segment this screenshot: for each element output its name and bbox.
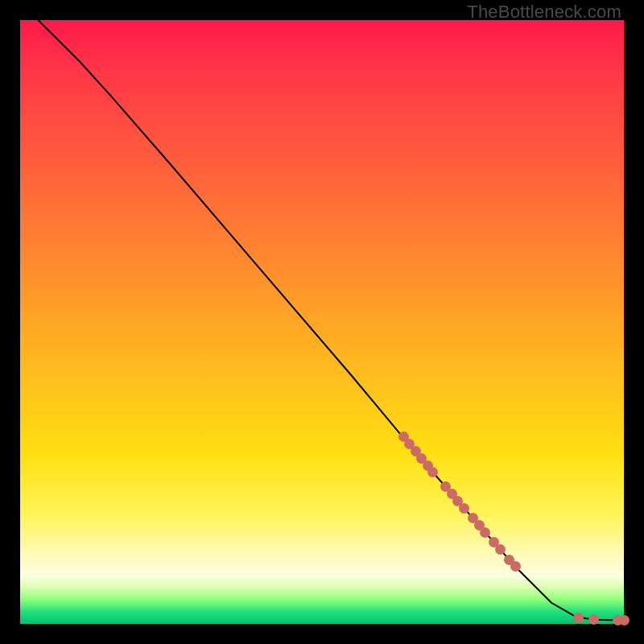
sample-point <box>427 467 438 477</box>
sample-point <box>495 544 506 555</box>
sample-point <box>459 503 469 514</box>
chart-frame: TheBottleneck.com <box>0 0 644 644</box>
sample-point <box>480 527 490 538</box>
curve-svg <box>20 20 624 624</box>
chart-area <box>20 20 624 624</box>
sample-point <box>510 561 521 572</box>
sample-point <box>588 614 599 625</box>
sample-point <box>619 615 630 625</box>
bottleneck-curve <box>39 20 625 621</box>
